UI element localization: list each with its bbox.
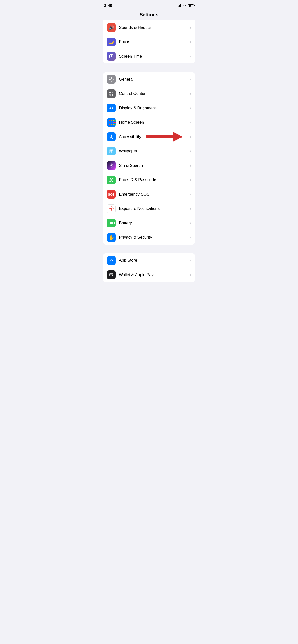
home-screen-label: Home Screen (119, 120, 188, 125)
svg-point-23 (112, 207, 113, 208)
settings-row-home-screen[interactable]: Home Screen › (103, 115, 195, 130)
chevron-icon: › (190, 221, 191, 225)
settings-row-wallet[interactable]: Wallet & Apple Pay › (103, 268, 195, 282)
svg-point-19 (111, 210, 112, 211)
face-id-label: Face ID & Passcode (119, 178, 188, 182)
chevron-icon: › (190, 135, 191, 139)
status-bar: 2:49 (99, 0, 199, 10)
settings-row-emergency-sos[interactable]: SOS Emergency SOS › (103, 187, 195, 202)
svg-point-24 (110, 210, 110, 210)
page-header: Settings (99, 10, 199, 20)
settings-row-sounds-haptics[interactable]: 🔊 Sounds & Haptics › (103, 20, 195, 35)
chevron-icon: › (190, 149, 191, 153)
control-center-label: Control Center (119, 91, 188, 96)
svg-point-25 (112, 210, 113, 210)
screen-time-label: Screen Time (119, 54, 188, 59)
screen-time-icon (107, 52, 116, 60)
focus-label: Focus (119, 40, 188, 44)
wallpaper-icon (107, 147, 116, 156)
chevron-icon: › (190, 273, 191, 277)
svg-rect-7 (112, 94, 113, 96)
wallpaper-label: Wallpaper (119, 149, 188, 154)
privacy-security-icon: ✋ (107, 233, 116, 242)
signal-bars-icon (177, 4, 181, 8)
chevron-icon: › (190, 54, 191, 58)
settings-row-battery[interactable]: Battery › (103, 216, 195, 230)
chevron-icon: › (190, 206, 191, 211)
settings-row-display-brightness[interactable]: AA Display & Brightness › (103, 101, 195, 115)
chevron-icon: › (190, 192, 191, 196)
wallet-label: Wallet & Apple Pay (119, 272, 188, 277)
settings-row-exposure[interactable]: Exposure Notifications › (103, 202, 195, 216)
svg-point-15 (111, 180, 111, 180)
chevron-icon: › (190, 40, 191, 44)
svg-point-18 (111, 206, 112, 207)
settings-row-focus[interactable]: 🌙 Focus › (103, 35, 195, 49)
emergency-sos-label: Emergency SOS (119, 192, 188, 197)
svg-point-14 (111, 165, 112, 166)
battery-status-icon (188, 4, 194, 8)
settings-row-accessibility[interactable]: Accessibility › (103, 130, 195, 144)
svg-point-16 (112, 180, 112, 180)
face-id-icon (107, 176, 116, 184)
svg-rect-5 (112, 92, 113, 94)
exposure-notifications-icon (107, 204, 116, 213)
settings-row-general[interactable]: General › (103, 72, 195, 86)
svg-rect-28 (109, 274, 113, 275)
focus-icon: 🌙 (107, 38, 116, 46)
svg-rect-6 (109, 94, 111, 96)
siri-search-label: Siri & Search (119, 163, 188, 168)
exposure-notifications-label: Exposure Notifications (119, 206, 188, 211)
chevron-icon: › (190, 258, 191, 262)
chevron-icon: › (190, 26, 191, 30)
settings-row-control-center[interactable]: Control Center › (103, 86, 195, 101)
svg-line-2 (111, 56, 112, 57)
svg-rect-29 (112, 275, 113, 276)
svg-point-21 (113, 208, 114, 209)
display-brightness-label: Display & Brightness (119, 106, 188, 110)
home-screen-icon (107, 118, 116, 127)
wallet-icon (107, 270, 116, 279)
chevron-icon: › (190, 77, 191, 82)
privacy-security-label: Privacy & Security (119, 235, 188, 240)
display-brightness-icon: AA (107, 104, 116, 112)
settings-row-app-store[interactable]: App Store › (103, 253, 195, 268)
settings-group-3: App Store › Wallet & Apple Pay › (103, 253, 195, 282)
battery-settings-icon (107, 219, 116, 227)
general-label: General (119, 77, 188, 82)
chevron-icon: › (190, 235, 191, 240)
wifi-icon (182, 4, 186, 8)
svg-point-11 (111, 150, 112, 151)
page-title: Settings (140, 12, 159, 17)
svg-rect-27 (109, 274, 113, 276)
svg-point-20 (109, 208, 110, 209)
svg-point-22 (110, 207, 110, 208)
general-icon (107, 75, 116, 84)
settings-row-screen-time[interactable]: Screen Time › (103, 49, 195, 64)
chevron-icon: › (190, 92, 191, 96)
settings-row-wallpaper[interactable]: Wallpaper › (103, 144, 195, 158)
settings-row-face-id[interactable]: Face ID & Passcode › (103, 173, 195, 187)
svg-point-3 (111, 78, 112, 80)
app-store-icon (107, 256, 116, 265)
settings-group-1: 🔊 Sounds & Haptics › 🌙 Focus › Screen Ti… (103, 20, 195, 64)
status-icons (177, 4, 194, 8)
red-arrow-annotation (146, 132, 183, 142)
chevron-icon: › (190, 106, 191, 110)
status-time: 2:49 (104, 3, 112, 8)
sounds-haptics-label: Sounds & Haptics (119, 25, 188, 30)
settings-row-siri-search[interactable]: Siri & Search › (103, 158, 195, 173)
chevron-icon: › (190, 178, 191, 182)
control-center-icon (107, 89, 116, 98)
svg-point-17 (110, 208, 112, 210)
siri-icon (107, 161, 116, 170)
settings-row-privacy-security[interactable]: ✋ Privacy & Security › (103, 230, 195, 244)
app-store-label: App Store (119, 258, 188, 263)
settings-group-2: General › Control Center › AA Display & … (103, 72, 195, 244)
svg-point-8 (111, 135, 112, 136)
emergency-sos-icon: SOS (107, 190, 116, 198)
battery-label: Battery (119, 221, 188, 226)
sounds-haptics-icon: 🔊 (107, 23, 116, 32)
svg-marker-9 (146, 132, 183, 142)
accessibility-icon (107, 132, 116, 141)
